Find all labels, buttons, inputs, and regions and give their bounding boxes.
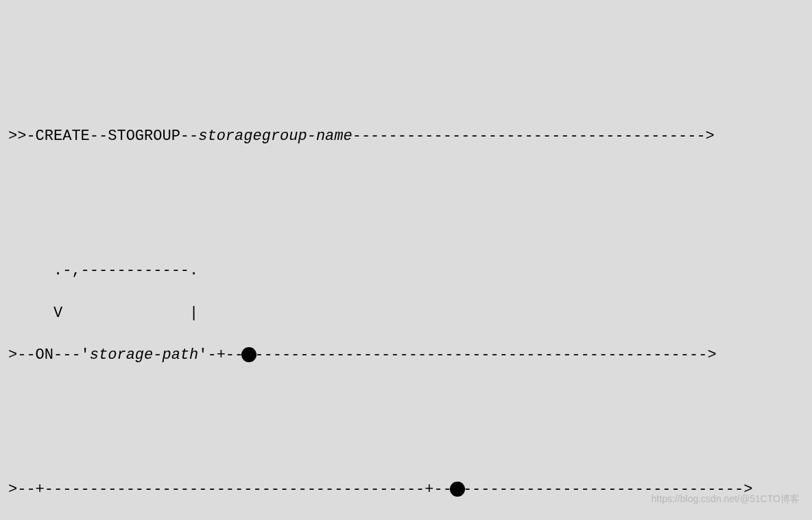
loop-mid: V | xyxy=(8,303,804,324)
param-storage-path: storage-path xyxy=(90,346,198,364)
rail-tail: ---------------------------------------> xyxy=(353,128,715,145)
rail-start: >>- xyxy=(8,128,36,145)
syntax-line-create: >>-CREATE--STOGROUP--storagegroup-name--… xyxy=(8,105,804,168)
watermark-text: https://blog.csdn.net/@51CTO博客 xyxy=(652,493,800,506)
keyword-stogroup: STOGROUP xyxy=(108,128,180,145)
param-storagegroup-name: storagegroup-name xyxy=(198,128,352,145)
loop-top: .-,------------. xyxy=(8,261,804,282)
keyword-create: CREATE xyxy=(36,128,90,145)
syntax-line-overhead: >--+------------------------------------… xyxy=(8,458,804,520)
syntax-line-on: .-,------------. V | >--ON---'storage-pa… xyxy=(8,239,804,388)
keyword-on: ON xyxy=(36,346,53,364)
